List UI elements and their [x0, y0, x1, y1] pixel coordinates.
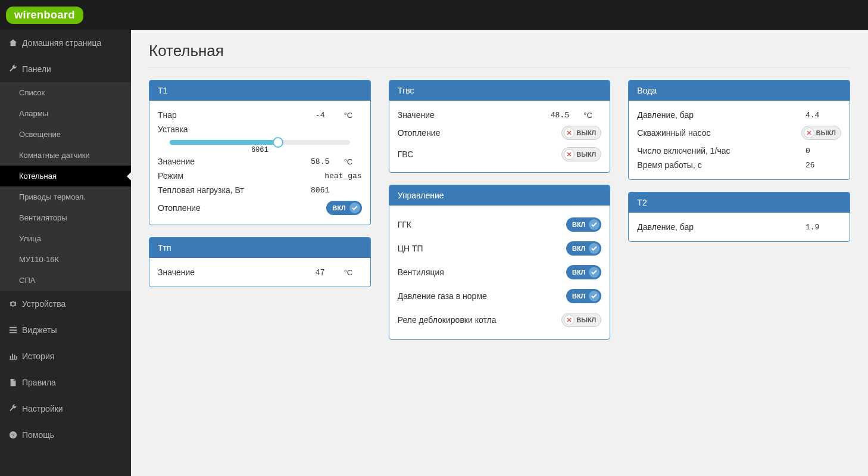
nav-devices[interactable]: Устройства	[0, 291, 131, 317]
control-toggle[interactable]: ВКЛ	[566, 241, 601, 256]
sidebar-item[interactable]: Алармы	[0, 103, 131, 124]
nav-rules-label: Правила	[22, 378, 56, 387]
control-toggle[interactable]: ВЫКЛ	[561, 313, 601, 327]
t1-tnar-unit: °C	[344, 111, 362, 120]
panel-water-title: Вода	[629, 80, 850, 101]
divider	[149, 67, 850, 68]
t1-heating-label: Отопление	[158, 203, 326, 213]
tgvs-value-unit: °C	[583, 111, 601, 120]
sidebar-item[interactable]: Вентиляторы	[0, 207, 131, 228]
control-row-label: ЦН ТП	[398, 244, 566, 253]
sidebar-item[interactable]: МУ110-16К	[0, 249, 131, 270]
panel-control-title: Управление	[389, 185, 610, 206]
check-icon	[589, 243, 600, 254]
control-toggle[interactable]: ВКЛ	[566, 265, 601, 279]
t1-heatload-value: 8061	[296, 186, 344, 195]
check-icon	[589, 219, 600, 230]
sidebar: Домашняя страница Панели СписокАлармыОсв…	[0, 30, 131, 476]
tgvs-gvs-label: ГВС	[398, 150, 562, 159]
slider-thumb[interactable]	[273, 137, 283, 148]
water-runtime-value: 26	[805, 161, 841, 170]
t1-mode-value: heat_gas	[296, 172, 362, 181]
nav-help[interactable]: ? Помощь	[0, 422, 131, 448]
panel-water: Вода Давление, бар 4.4 Скважинный насос …	[628, 80, 850, 180]
t1-slider-value: 6061	[158, 146, 362, 154]
water-pump-toggle[interactable]: ВЫКЛ	[801, 126, 841, 140]
control-row: ВентиляцияВКЛ	[398, 260, 602, 284]
control-row-label: Давление газа в норме	[398, 291, 566, 301]
t1-mode-label: Режим	[158, 171, 296, 181]
t1-setpoint-slider[interactable]	[170, 140, 350, 145]
x-icon	[564, 127, 574, 138]
t1-value-unit: °C	[344, 157, 362, 166]
home-icon	[9, 39, 17, 47]
sidebar-item[interactable]: Приводы термоэл.	[0, 186, 131, 207]
water-pressure-label: Давление, бар	[637, 110, 805, 120]
file-icon	[9, 378, 17, 387]
t1-value-label: Значение	[158, 157, 296, 166]
nav-rules[interactable]: Правила	[0, 369, 131, 396]
tgvs-heating-toggle[interactable]: ВЫКЛ	[561, 126, 601, 140]
nav-help-label: Помощь	[22, 430, 54, 440]
panel-tgvs: Tгвс Значение 48.5 °C Отопление ВЫКЛ ГВС	[389, 80, 611, 173]
wrench-icon	[9, 65, 17, 73]
brand-logo[interactable]: wirenboard	[6, 7, 83, 24]
toggle-label: ВЫКЛ	[576, 316, 596, 323]
t1-tnar-label: Тнар	[158, 110, 296, 120]
sidebar-item[interactable]: Комнатные датчики	[0, 145, 131, 166]
water-oncount-label: Число включений, 1/час	[637, 146, 805, 155]
control-row-label: Вентиляция	[398, 267, 566, 277]
panel-t2: T2 Давление, бар 1.9	[628, 192, 850, 242]
check-icon	[589, 291, 600, 301]
tgvs-heating-label: Отопление	[398, 128, 562, 138]
t1-heating-toggle[interactable]: ВКЛ	[326, 201, 361, 215]
x-icon	[804, 127, 814, 138]
toggle-label: ВКЛ	[332, 204, 345, 211]
nav-widgets-label: Виджеты	[22, 325, 57, 335]
control-row: Давление газа в нормеВКЛ	[398, 284, 602, 308]
panel-control: Управление ГГКВКЛЦН ТПВКЛВентиляцияВКЛДа…	[389, 185, 611, 340]
control-row-label: Реле деблокировки котла	[398, 315, 562, 325]
nav-home[interactable]: Домашняя страница	[0, 30, 131, 56]
toggle-label: ВКЛ	[572, 293, 585, 300]
list-icon	[9, 326, 17, 334]
control-toggle[interactable]: ВКЛ	[566, 217, 601, 232]
sidebar-item[interactable]: Список	[0, 82, 131, 103]
nav-settings-label: Настройки	[22, 404, 63, 413]
wrench-icon	[9, 405, 17, 413]
toggle-label: ВЫКЛ	[816, 129, 836, 136]
tgvs-gvs-toggle[interactable]: ВЫКЛ	[561, 147, 601, 161]
water-oncount-value: 0	[805, 147, 841, 155]
tgvs-value-label: Значение	[398, 110, 536, 120]
water-runtime-label: Время работы, с	[637, 160, 805, 170]
water-pump-label: Скважинный насос	[637, 128, 801, 138]
nav-widgets[interactable]: Виджеты	[0, 317, 131, 343]
sidebar-item[interactable]: Освещение	[0, 124, 131, 145]
nav-home-label: Домашняя страница	[22, 38, 101, 48]
nav-dashboards-label: Панели	[22, 64, 51, 74]
panel-t2-title: T2	[629, 192, 850, 213]
nav-settings[interactable]: Настройки	[0, 396, 131, 422]
panel-tgvs-title: Tгвс	[389, 80, 610, 101]
control-toggle[interactable]: ВКЛ	[566, 289, 601, 303]
panel-ttp-title: Tтп	[149, 238, 370, 258]
gears-icon	[9, 300, 17, 308]
sidebar-item[interactable]: СПА	[0, 270, 131, 291]
t1-heatload-label: Тепловая нагрузка, Вт	[158, 185, 296, 195]
control-row-label: ГГК	[398, 220, 566, 229]
x-icon	[564, 315, 574, 325]
tgvs-value-value: 48.5	[536, 111, 583, 120]
svg-text:?: ?	[12, 433, 15, 438]
main-content: Котельная T1 Тнар -4 °C Уставка	[131, 30, 868, 476]
nav-history[interactable]: История	[0, 343, 131, 369]
t1-tnar-value: -4	[296, 111, 344, 120]
toggle-label: ВЫКЛ	[576, 129, 596, 136]
toggle-label: ВКЛ	[572, 269, 585, 276]
topbar: wirenboard	[0, 0, 868, 30]
sidebar-item[interactable]: Котельная	[0, 166, 131, 186]
x-icon	[564, 149, 574, 160]
panel-t1-title: T1	[149, 80, 370, 101]
sidebar-item[interactable]: Улица	[0, 228, 131, 249]
nav-dashboards[interactable]: Панели	[0, 56, 131, 82]
chart-icon	[9, 352, 17, 360]
